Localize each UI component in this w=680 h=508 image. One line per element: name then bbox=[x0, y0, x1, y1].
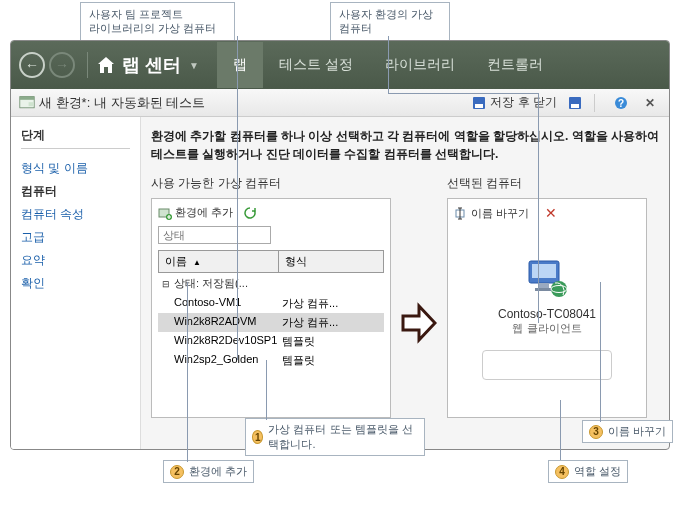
page-title: 새 환경*: 내 자동화된 테스트 bbox=[39, 94, 461, 112]
save-button[interactable] bbox=[567, 95, 586, 111]
available-heading: 사용 가능한 가상 컴퓨터 bbox=[151, 175, 391, 192]
svg-rect-13 bbox=[532, 264, 556, 278]
separator bbox=[87, 52, 88, 78]
save-icon bbox=[567, 95, 583, 111]
rename-icon bbox=[454, 206, 468, 220]
callout-user-env: 사용자 환경의 가상 컴퓨터 bbox=[330, 2, 450, 41]
tab-lab[interactable]: 랩 bbox=[217, 42, 263, 88]
sort-asc-icon: ▲ bbox=[193, 258, 201, 267]
step-advanced[interactable]: 고급 bbox=[21, 226, 130, 249]
svg-rect-1 bbox=[20, 96, 34, 99]
selected-toolbar: 이름 바꾸기 ✕ bbox=[454, 205, 640, 221]
header-bar: ← → 랩 센터 ▼ 랩 테스트 설정 라이브러리 컨트롤러 bbox=[11, 41, 669, 89]
callout-team-library: 사용자 팀 프로젝트 라이브러리의 가상 컴퓨터 bbox=[80, 2, 235, 41]
transfer-arrow-icon bbox=[401, 302, 437, 353]
help-icon: ? bbox=[613, 95, 629, 111]
connector bbox=[538, 93, 539, 323]
step-format-name[interactable]: 형식 및 이름 bbox=[21, 157, 130, 180]
step-badge: 1 bbox=[252, 430, 263, 444]
rename-button[interactable]: 이름 바꾸기 bbox=[454, 206, 529, 221]
connector bbox=[237, 36, 238, 360]
selected-heading: 선택된 컴퓨터 bbox=[447, 175, 647, 192]
save-and-close-button[interactable]: 저장 후 닫기 bbox=[471, 94, 557, 111]
step-callout-4: 4역할 설정 bbox=[548, 460, 628, 483]
forward-button[interactable]: → bbox=[49, 52, 75, 78]
svg-rect-6 bbox=[571, 104, 579, 108]
role-card[interactable] bbox=[482, 350, 612, 380]
svg-text:?: ? bbox=[618, 98, 624, 109]
close-button[interactable]: ✕ bbox=[642, 95, 661, 111]
status-filter-input[interactable] bbox=[158, 226, 271, 244]
help-button[interactable]: ? bbox=[613, 95, 632, 111]
group-row-saved[interactable]: ⊟ 상태: 저장됨(... bbox=[158, 273, 384, 294]
selected-panel: 선택된 컴퓨터 이름 바꾸기 ✕ bbox=[447, 175, 647, 418]
svg-rect-4 bbox=[475, 104, 483, 108]
close-icon: ✕ bbox=[642, 95, 658, 111]
environment-icon bbox=[19, 95, 35, 111]
tab-controller[interactable]: 컨트롤러 bbox=[471, 42, 559, 88]
step-callout-2: 2환경에 추가 bbox=[163, 460, 254, 483]
refresh-button[interactable] bbox=[243, 206, 260, 220]
lab-center-window: ← → 랩 센터 ▼ 랩 테스트 설정 라이브러리 컨트롤러 새 환경*: 내 … bbox=[10, 40, 670, 450]
vm-row[interactable]: Contoso-VM1가상 컴퓨... bbox=[158, 294, 384, 313]
column-name[interactable]: 이름▲ bbox=[158, 250, 278, 273]
step-badge: 2 bbox=[170, 465, 184, 479]
refresh-icon bbox=[243, 206, 257, 220]
back-button[interactable]: ← bbox=[19, 52, 45, 78]
vm-row-selected[interactable]: Win2k8R2ADVM가상 컴퓨... bbox=[158, 313, 384, 332]
step-computers[interactable]: 컴퓨터 bbox=[21, 180, 130, 203]
connector bbox=[560, 400, 561, 460]
selected-vm-name: Contoso-TC08041 bbox=[498, 307, 596, 321]
selected-box: 이름 바꾸기 ✕ Contoso-TC08041 웹 클라이언트 bbox=[447, 198, 647, 418]
sidebar-header: 단계 bbox=[21, 127, 130, 149]
step-callout-3: 3이름 바꾸기 bbox=[582, 420, 673, 443]
add-to-env-button[interactable]: 환경에 추가 bbox=[158, 205, 233, 220]
connector bbox=[266, 360, 267, 420]
column-type[interactable]: 형식 bbox=[278, 250, 384, 273]
tab-test-settings[interactable]: 테스트 설정 bbox=[263, 42, 369, 88]
tab-library[interactable]: 라이브러리 bbox=[369, 42, 471, 88]
step-callout-1: 1가상 컴퓨터 또는 템플릿을 선택합니다. bbox=[245, 418, 425, 456]
add-env-icon bbox=[158, 206, 172, 220]
delete-button[interactable]: ✕ bbox=[545, 205, 557, 221]
main-panel: 환경에 추가할 컴퓨터를 하나 이상 선택하고 각 컴퓨터에 역할을 할당하십시… bbox=[141, 117, 669, 449]
connector bbox=[388, 93, 538, 94]
step-badge: 3 bbox=[589, 425, 603, 439]
instruction-text: 환경에 추가할 컴퓨터를 하나 이상 선택하고 각 컴퓨터에 역할을 할당하십시… bbox=[151, 127, 659, 163]
toolbar: 새 환경*: 내 자동화된 테스트 저장 후 닫기 ? ✕ bbox=[11, 89, 669, 117]
separator bbox=[594, 94, 595, 112]
step-confirm[interactable]: 확인 bbox=[21, 272, 130, 295]
step-badge: 4 bbox=[555, 465, 569, 479]
step-summary[interactable]: 요약 bbox=[21, 249, 130, 272]
svg-rect-14 bbox=[539, 283, 549, 288]
selected-body[interactable]: Contoso-TC08041 웹 클라이언트 bbox=[454, 227, 640, 411]
home-icon[interactable] bbox=[96, 56, 116, 74]
steps-sidebar: 단계 형식 및 이름 컴퓨터 컴퓨터 속성 고급 요약 확인 bbox=[11, 117, 141, 449]
connector bbox=[187, 282, 188, 462]
selected-vm-role: 웹 클라이언트 bbox=[512, 321, 581, 336]
chevron-down-icon[interactable]: ▼ bbox=[189, 60, 199, 71]
panels-row: 사용 가능한 가상 컴퓨터 환경에 추가 bbox=[151, 175, 659, 439]
available-toolbar: 환경에 추가 bbox=[158, 205, 384, 220]
computer-icon bbox=[525, 259, 569, 299]
connector bbox=[388, 36, 389, 93]
vm-row[interactable]: Win2k8R2Dev10SP1템플릿 bbox=[158, 332, 384, 351]
svg-rect-2 bbox=[29, 102, 34, 106]
step-computer-props[interactable]: 컴퓨터 속성 bbox=[21, 203, 130, 226]
save-close-icon bbox=[471, 95, 487, 111]
connector bbox=[600, 282, 601, 422]
content-area: 단계 형식 및 이름 컴퓨터 컴퓨터 속성 고급 요약 확인 환경에 추가할 컴… bbox=[11, 117, 669, 449]
collapse-icon: ⊟ bbox=[162, 279, 170, 289]
search-row bbox=[158, 226, 384, 244]
vm-row[interactable]: Win2sp2_Golden템플릿 bbox=[158, 351, 384, 370]
breadcrumb-title[interactable]: 랩 센터 bbox=[122, 53, 181, 77]
grid-header: 이름▲ 형식 bbox=[158, 250, 384, 273]
